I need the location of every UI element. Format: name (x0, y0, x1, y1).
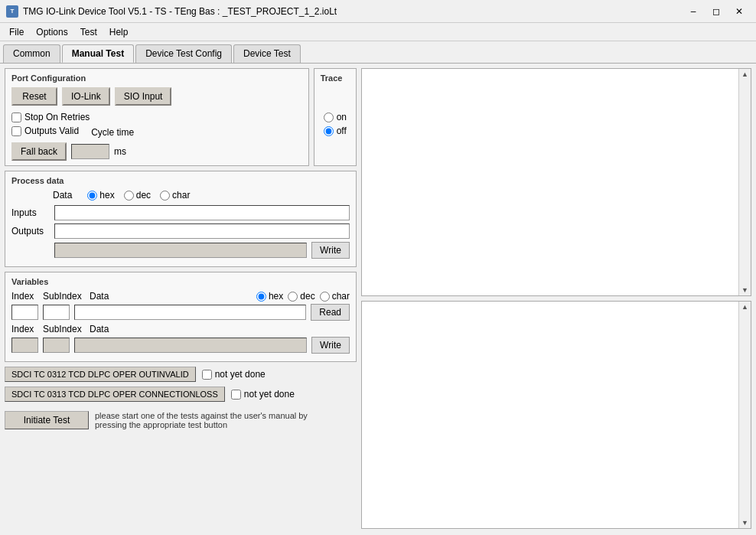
port-config-buttons: Reset IO-Link SIO Input (11, 87, 302, 106)
data-format-label: Data (53, 190, 72, 201)
menu-help[interactable]: Help (103, 25, 135, 39)
stop-on-retries-checkbox[interactable] (11, 113, 21, 122)
var-dec-option: dec (288, 291, 314, 302)
title-bar-controls: – ◻ ✕ (683, 3, 750, 20)
outputs-field[interactable] (54, 223, 350, 239)
menu-bar: File Options Test Help (0, 23, 756, 41)
trace-off-label: off (337, 126, 347, 136)
tab-device-test-config[interactable]: Device Test Config (135, 44, 232, 63)
var-write-button[interactable]: Write (311, 337, 350, 354)
write-index-header: Index (11, 324, 38, 334)
tabs-bar: Common Manual Test Device Test Config De… (0, 41, 756, 63)
port-config-title: Port Configuration (11, 73, 302, 83)
bottom-trace-scrollbar[interactable]: ▲ ▼ (738, 302, 751, 528)
write-subindex-input[interactable] (43, 338, 70, 353)
process-data-section: Process data Data hex dec char Inputs (5, 171, 357, 267)
test2-button[interactable]: SDCI TC 0313 TCD DLPC OPER CONNECTIONLOS… (5, 387, 225, 402)
top-scroll-down-icon[interactable]: ▼ (741, 286, 748, 294)
write-input[interactable] (54, 243, 307, 258)
char-option: char (160, 190, 190, 201)
subindex-header: SubIndex (43, 291, 85, 302)
write-button[interactable]: Write (311, 242, 350, 259)
outputs-valid-checkbox[interactable] (11, 126, 21, 136)
top-trace-content (362, 69, 738, 295)
app-icon: T (6, 5, 18, 18)
char-radio[interactable] (160, 191, 170, 201)
trace-section: Trace on off (314, 68, 357, 166)
read-index-input[interactable]: 0 (11, 305, 38, 320)
fall-back-button[interactable]: Fall back (11, 142, 67, 161)
read-button[interactable]: Read (311, 304, 350, 321)
trace-on-radio[interactable] (324, 113, 334, 122)
top-trace-box: ▲ ▼ (361, 68, 751, 296)
var-hex-radio[interactable] (256, 292, 266, 302)
menu-file[interactable]: File (3, 25, 30, 39)
title-bar-left: T TMG IO-Link Device Tool V5.1 - TS - TE… (6, 5, 337, 18)
stop-on-retries-row: Stop On Retries (11, 112, 302, 122)
variables-section: Variables Index SubIndex Data hex dec ch… (5, 272, 357, 362)
index-header: Index (11, 291, 38, 302)
test2-checkbox[interactable] (231, 390, 241, 400)
char-label: char (172, 190, 190, 201)
read-subindex-input[interactable]: 0 (43, 305, 70, 320)
trace-on-label: on (337, 112, 347, 122)
hex-radio[interactable] (87, 191, 97, 201)
read-var-row: 0 0 Read (11, 304, 350, 321)
test1-button[interactable]: SDCI TC 0312 TCD DLPC OPER OUTINVALID (5, 367, 196, 382)
io-link-button[interactable]: IO-Link (62, 87, 110, 106)
sio-input-button[interactable]: SIO Input (115, 87, 172, 106)
tab-manual-test[interactable]: Manual Test (62, 44, 134, 63)
stop-on-retries-label: Stop On Retries (24, 112, 90, 122)
dec-label: dec (136, 190, 151, 201)
main-content: Port Configuration Reset IO-Link SIO Inp… (0, 63, 756, 533)
read-data-input[interactable] (74, 305, 306, 320)
test1-row: SDCI TC 0312 TCD DLPC OPER OUTINVALID no… (5, 367, 357, 382)
bottom-trace-content (362, 302, 738, 528)
initiate-test-area: Initiate Test please start one of the te… (5, 411, 357, 429)
var-char-label: char (332, 291, 350, 302)
menu-options[interactable]: Options (30, 25, 73, 39)
inputs-row: Inputs (11, 205, 350, 220)
write-data-input[interactable] (74, 338, 307, 353)
var-dec-radio[interactable] (288, 292, 298, 302)
top-trace-scrollbar[interactable]: ▲ ▼ (738, 69, 751, 295)
write-subindex-header: SubIndex (43, 324, 85, 334)
var-dec-label: dec (300, 291, 314, 302)
reset-button[interactable]: Reset (11, 87, 57, 106)
write-var-row: Write (11, 337, 350, 354)
cycle-time-input[interactable] (71, 144, 109, 159)
outputs-valid-row: Outputs Valid (11, 126, 79, 136)
restore-button[interactable]: ◻ (705, 3, 727, 20)
bottom-scroll-up-icon[interactable]: ▲ (741, 303, 748, 311)
close-button[interactable]: ✕ (728, 3, 750, 20)
minimize-button[interactable]: – (683, 3, 704, 20)
initiate-test-button[interactable]: Initiate Test (5, 411, 89, 429)
title-bar: T TMG IO-Link Device Tool V5.1 - TS - TE… (0, 0, 756, 23)
test1-checkbox[interactable] (202, 370, 212, 380)
cycle-time-label: Cycle time (91, 127, 134, 138)
variables-title: Variables (11, 277, 350, 286)
bottom-scroll-down-icon[interactable]: ▼ (741, 519, 748, 527)
left-panel: Port Configuration Reset IO-Link SIO Inp… (5, 68, 357, 529)
write-index-input[interactable] (11, 338, 38, 353)
outputs-valid-label: Outputs Valid (24, 126, 79, 136)
trace-on-row: on (324, 112, 347, 122)
tab-device-test[interactable]: Device Test (233, 44, 301, 63)
outputs-label: Outputs (11, 226, 50, 237)
initiate-test-message: please start one of the tests against th… (95, 411, 324, 429)
hex-option: hex (87, 190, 114, 201)
cycle-time-unit: ms (114, 146, 126, 157)
cycle-time-row: Cycle time (91, 127, 134, 138)
trace-off-radio[interactable] (324, 126, 334, 136)
dec-radio[interactable] (124, 191, 134, 201)
test-buttons-area: SDCI TC 0312 TCD DLPC OPER OUTINVALID no… (5, 367, 357, 406)
inputs-field[interactable] (54, 205, 350, 220)
tab-common[interactable]: Common (3, 44, 60, 63)
menu-test[interactable]: Test (74, 25, 103, 39)
var-hex-option: hex (256, 291, 283, 302)
hex-label: hex (99, 190, 114, 201)
outputs-row: Outputs (11, 223, 350, 239)
var-char-radio[interactable] (320, 292, 330, 302)
top-scroll-up-icon[interactable]: ▲ (741, 70, 748, 78)
port-config-section: Port Configuration Reset IO-Link SIO Inp… (5, 68, 309, 166)
